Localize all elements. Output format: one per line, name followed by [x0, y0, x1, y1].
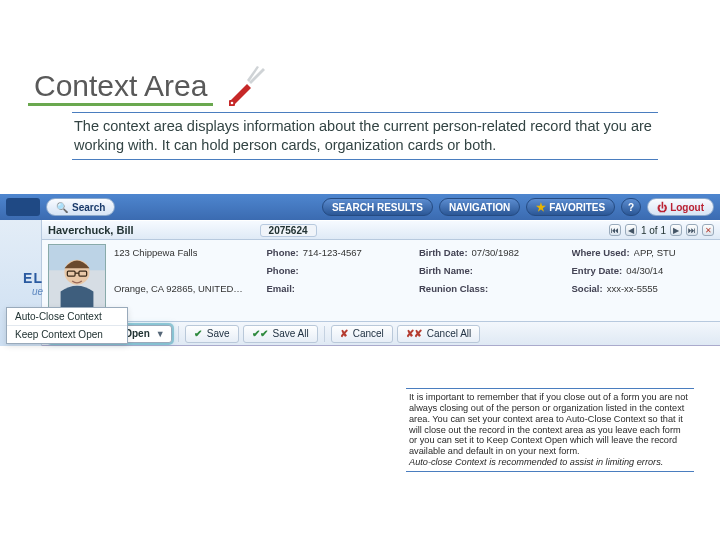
chevron-down-icon: ▼: [156, 329, 165, 339]
cancel-label: Cancel: [353, 328, 384, 339]
pager-prev[interactable]: ◀: [625, 224, 637, 236]
brand-fragment-2: ue: [32, 286, 43, 297]
field-citystate: Orange, CA 92865, UNITED…: [114, 283, 243, 294]
person-card: 123 Chippewa Falls Phone:714-123-4567 Bi…: [42, 240, 720, 322]
label-entry-date: Entry Date:: [572, 265, 623, 276]
pager-last[interactable]: ⏭: [686, 224, 698, 236]
check-icon: ✔: [194, 328, 202, 339]
page-title: Context Area: [28, 69, 213, 106]
tab-search-results[interactable]: SEARCH RESULTS: [322, 198, 433, 216]
logout-icon: ⏻: [657, 202, 667, 213]
save-button[interactable]: ✔Save: [185, 325, 239, 343]
label-reunion: Reunion Class:: [419, 283, 488, 294]
top-toolbar: 🔍 Search SEARCH RESULTS NAVIGATION ★ FAV…: [0, 194, 720, 220]
save-label: Save: [207, 328, 230, 339]
note-text: It is important to remember that if you …: [406, 388, 694, 472]
menu-item-auto-close[interactable]: Auto-Close Context: [7, 308, 127, 325]
person-fields: 123 Chippewa Falls Phone:714-123-4567 Bi…: [112, 240, 720, 321]
search-label: Search: [72, 202, 105, 213]
pager-next[interactable]: ▶: [670, 224, 682, 236]
save-all-label: Save All: [273, 328, 309, 339]
intro-text: The context area displays information ab…: [72, 112, 658, 160]
pager-first[interactable]: ⏮: [609, 224, 621, 236]
label-phone: Phone:: [267, 247, 299, 258]
field-social: xxx-xx-5555: [607, 283, 658, 294]
cancel-all-button[interactable]: ✘✘Cancel All: [397, 325, 480, 343]
label-birthdate: Birth Date:: [419, 247, 468, 258]
search-button[interactable]: 🔍 Search: [46, 198, 115, 216]
person-photo: [48, 244, 106, 312]
svg-point-1: [231, 102, 234, 105]
search-icon: 🔍: [56, 202, 68, 213]
logout-button[interactable]: ⏻ Logout: [647, 198, 714, 216]
field-birthdate: 07/30/1982: [472, 247, 520, 258]
label-where-used: Where Used:: [572, 247, 630, 258]
star-icon: ★: [536, 201, 546, 214]
divider: [178, 326, 179, 342]
cancel-all-icon: ✘✘: [406, 328, 422, 339]
cancel-icon: ✘: [340, 328, 348, 339]
label-birthname: Birth Name:: [419, 265, 473, 276]
field-where-used: APP, STU: [634, 247, 676, 258]
check-all-icon: ✔✔: [252, 328, 268, 339]
record-pager: ⏮ ◀ 1 of 1 ▶ ⏭ ✕: [609, 224, 714, 236]
field-address: 123 Chippewa Falls: [114, 247, 197, 258]
close-card-button[interactable]: ✕: [702, 224, 714, 236]
tab-favorites[interactable]: ★ FAVORITES: [526, 198, 615, 216]
person-id: 2075624: [260, 224, 317, 237]
app-logo-icon: [6, 198, 40, 216]
note-body: It is important to remember that if you …: [409, 392, 688, 456]
field-phone: 714-123-4567: [303, 247, 362, 258]
action-bar: Keep Context Open ▼ ✔Save ✔✔Save All ✘Ca…: [42, 322, 720, 346]
divider: [324, 326, 325, 342]
cancel-button[interactable]: ✘Cancel: [331, 325, 393, 343]
brand-fragment-1: EL: [23, 270, 43, 286]
help-button[interactable]: ?: [621, 198, 641, 216]
person-header: Haverchuck, Bill 2075624 ⏮ ◀ 1 of 1 ▶ ⏭ …: [42, 220, 720, 240]
swiss-army-knife-icon: [219, 62, 267, 110]
pager-count: 1 of 1: [641, 225, 666, 236]
save-all-button[interactable]: ✔✔Save All: [243, 325, 318, 343]
logout-label: Logout: [670, 202, 704, 213]
context-mode-menu: Auto-Close Context Keep Context Open: [6, 307, 128, 344]
menu-item-keep-open[interactable]: Keep Context Open: [7, 325, 127, 343]
field-entry-date: 04/30/14: [626, 265, 663, 276]
label-phone2: Phone:: [267, 265, 299, 276]
title-row: Context Area: [28, 62, 267, 106]
label-social: Social:: [572, 283, 603, 294]
label-email: Email:: [267, 283, 296, 294]
cancel-all-label: Cancel All: [427, 328, 471, 339]
favorites-label: FAVORITES: [549, 202, 605, 213]
note-recommendation: Auto-close Context is recommended to ass…: [409, 457, 663, 467]
tab-navigation[interactable]: NAVIGATION: [439, 198, 520, 216]
person-name: Haverchuck, Bill: [48, 224, 134, 236]
